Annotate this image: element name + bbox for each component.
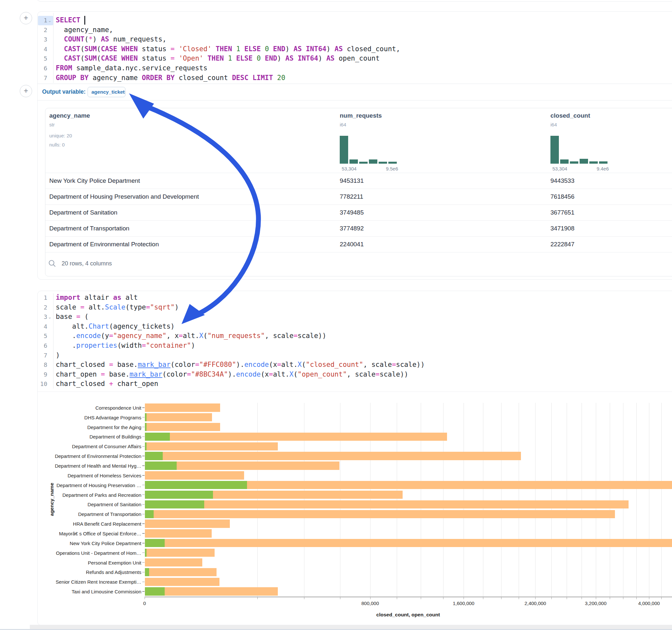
annotation-arrow xyxy=(0,0,672,630)
notebook-page: + + 1⌄SELECT 2 agency_name,3 COUNT(*) AS… xyxy=(0,0,672,630)
